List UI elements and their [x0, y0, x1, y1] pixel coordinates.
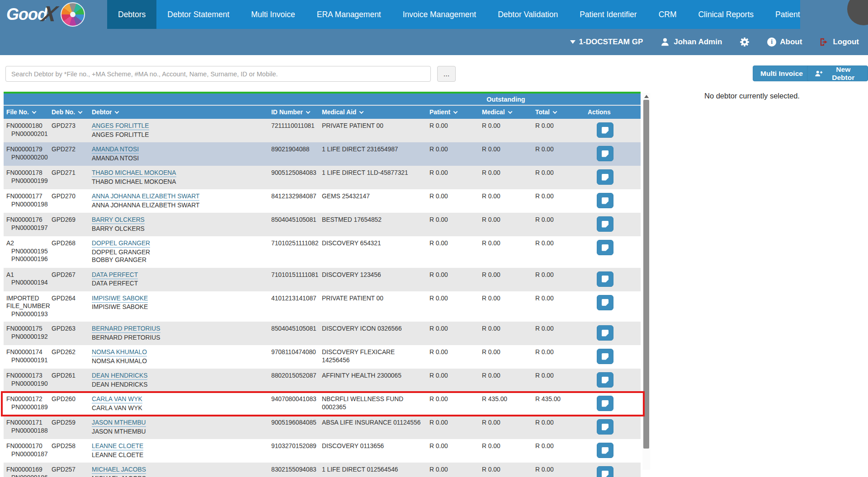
user-menu[interactable]: Johan Admin [660, 37, 722, 47]
patient-no-line: PN00000197 [6, 224, 46, 232]
nav-item-clinical-reports[interactable]: Clinical Reports [687, 0, 764, 29]
open-debtor-button[interactable] [597, 325, 613, 341]
multi-invoice-button[interactable]: Multi Invoice [753, 65, 811, 81]
outstanding-total-cell: R 0.00 [533, 322, 585, 337]
debtor-link[interactable]: BARRY OLCKERS [92, 216, 145, 224]
nav-item-debtor-validation[interactable]: Debtor Validation [487, 0, 569, 29]
open-debtor-button[interactable] [597, 349, 613, 364]
debtor-link[interactable]: NOMSA KHUMALO [92, 349, 147, 356]
table-row[interactable]: FN00000179PN00000200GPD272AMANDA NTOSIAM… [4, 142, 641, 166]
debtor-link[interactable]: LEANNE CLOETE [92, 443, 143, 450]
column-header-medical[interactable]: Medical [479, 109, 533, 116]
debtor-link[interactable]: AMANDA NTOSI [92, 146, 139, 154]
open-debtor-button[interactable] [597, 216, 613, 232]
debtor-link[interactable]: ANNA JOHANNA ELIZABETH SWART [92, 193, 199, 201]
column-header-medical-aid[interactable]: Medical Aid [319, 109, 427, 116]
settings-button[interactable] [739, 37, 750, 47]
table-row[interactable]: FN00000174PN00000191GPD262NOMSA KHUMALON… [4, 345, 641, 369]
debtor-link[interactable]: ANGES FORLITTLE [92, 122, 149, 130]
debtor-sub-line: JASON MTHEMBU [92, 428, 266, 436]
table-row[interactable]: A2PN00000195PN00000196GPD268DOPPEL GRANG… [4, 236, 641, 268]
open-debtor-button[interactable] [597, 443, 613, 458]
outstanding-total-cell-value: R 0.00 [535, 348, 582, 356]
debtor-link[interactable]: BERNARD PRETORIUS [92, 325, 160, 333]
debtor-link[interactable]: IMPISIWE SABOKE [92, 295, 148, 303]
open-debtor-button[interactable] [597, 419, 613, 435]
debtor-link[interactable]: DATA PERFECT [92, 271, 138, 279]
table-row[interactable]: FN00000176PN00000197GPD269BARRY OLCKERSB… [4, 213, 641, 236]
file-no-cell: FN00000180PN00000201 [4, 119, 49, 141]
outstanding-total-cell: R 0.00 [533, 119, 585, 134]
open-debtor-button[interactable] [597, 372, 613, 388]
medical-aid-line: 1 LIFE DIRECT 1LD-45877321 [322, 169, 424, 177]
outstanding-total-cell-value: R 435.00 [535, 395, 582, 403]
table-row[interactable]: IMPORTEDFILE_NUMBERPN00000193GPD264IMPIS… [4, 291, 641, 322]
medical-aid-cell: DISCOVERY ICON 0326566 [319, 322, 427, 337]
nav-item-patient-identifier[interactable]: Patient Identifier [569, 0, 647, 29]
debtor-sub-line: MICHAEL JACOBS [92, 475, 266, 477]
column-header-total[interactable]: Total [533, 109, 585, 116]
deb-no-cell: GPD270 [49, 189, 89, 204]
debtor-sub-line: LEANNE CLOETE [92, 451, 266, 459]
deb-no-line: GPD261 [52, 372, 86, 380]
table-row[interactable]: FN00000178PN00000199GPD271THABO MICHAEL … [4, 166, 641, 189]
table-row[interactable]: FN00000170PN00000187GPD258LEANNE CLOETEL… [4, 439, 641, 463]
debtor-link[interactable]: JASON MTHEMBU [92, 419, 146, 427]
nav-item-debtor-statement[interactable]: Debtor Statement [156, 0, 240, 29]
file-no-cell: A1PN00000194 [4, 268, 49, 290]
column-header-id-number[interactable]: ID Number [269, 109, 319, 116]
column-header-debtor[interactable]: Debtor [89, 109, 269, 116]
open-debtor-button[interactable] [597, 122, 613, 138]
note-icon [602, 377, 609, 383]
nav-item-invoice-management[interactable]: Invoice Management [392, 0, 487, 29]
column-header-deb-no[interactable]: Deb No. [49, 109, 89, 116]
column-header-patient[interactable]: Patient [427, 109, 479, 116]
open-debtor-button[interactable] [597, 169, 613, 185]
open-debtor-button[interactable] [597, 466, 613, 477]
scroll-up-arrow-icon[interactable] [644, 95, 649, 98]
open-debtor-button[interactable] [597, 146, 613, 161]
goodx-logo[interactable]: Good X [0, 0, 107, 29]
debtor-link[interactable]: CARLA VAN WYK [92, 396, 142, 403]
new-debtor-button[interactable]: New Debtor [807, 65, 868, 81]
debtor-link[interactable]: DOPPEL GRANGER [92, 240, 150, 248]
open-debtor-button[interactable] [597, 193, 613, 208]
open-debtor-button[interactable] [597, 271, 613, 287]
outstanding-patient-cell: R 0.00 [427, 189, 479, 204]
search-input[interactable] [5, 66, 431, 82]
table-row[interactable]: FN00000169PN00000186GPD257MICHAEL JACOBS… [4, 463, 641, 477]
nav-item-debtors[interactable]: Debtors [107, 0, 156, 29]
outstanding-total-cell: R 435.00 [533, 392, 585, 407]
table-row[interactable]: FN00000172PN00000189GPD260CARLA VAN WYKC… [4, 392, 641, 416]
open-debtor-button[interactable] [597, 295, 613, 310]
open-debtor-button[interactable] [597, 396, 613, 411]
table-row[interactable]: FN00000177PN00000198GPD270ANNA JOHANNA E… [4, 189, 641, 213]
debtor-link[interactable]: DEAN HENDRICKS [92, 372, 147, 380]
file-no-cell: A2PN00000195PN00000196 [4, 236, 49, 267]
deb-no-line: GPD263 [52, 325, 86, 333]
nav-item-crm[interactable]: CRM [648, 0, 688, 29]
column-header-file-no[interactable]: File No. [4, 109, 49, 116]
table-row[interactable]: FN00000173PN00000190GPD261DEAN HENDRICKS… [4, 369, 641, 392]
outstanding-patient-cell-value: R 0.00 [429, 192, 476, 201]
logout-button[interactable]: Logout [819, 37, 859, 47]
more-search-options-button[interactable]: ... [437, 66, 456, 82]
scrollbar-thumb[interactable] [643, 100, 649, 449]
debtor-link[interactable]: THABO MICHAEL MOKOENA [92, 169, 176, 177]
vertical-scrollbar[interactable] [642, 93, 650, 470]
table-row[interactable]: A1PN00000194GPD267DATA PERFECTDATA PERFE… [4, 268, 641, 291]
nav-item-multi-invoice[interactable]: Multi Invoice [240, 0, 306, 29]
outstanding-patient-cell-value: R 0.00 [429, 466, 476, 474]
table-row[interactable]: FN00000175PN00000192GPD263BERNARD PRETOR… [4, 322, 641, 345]
debtor-sub-line: THABO MICHAEL MOKOENA [92, 178, 266, 186]
outstanding-medical-cell-value: R 0.00 [482, 271, 530, 279]
open-debtor-button[interactable] [597, 240, 613, 255]
practice-selector[interactable]: 1-DOCSTEAM GP [570, 37, 643, 47]
table-row[interactable]: FN00000180PN00000201GPD273ANGES FORLITTL… [4, 119, 641, 142]
note-icon [602, 400, 609, 407]
nav-item-era-management[interactable]: ERA Management [306, 0, 392, 29]
about-button[interactable]: i About [767, 37, 802, 47]
note-icon [602, 330, 609, 337]
debtor-link[interactable]: MICHAEL JACOBS [92, 466, 146, 474]
table-row[interactable]: FN00000171PN00000188GPD259JASON MTHEMBUJ… [4, 416, 641, 439]
